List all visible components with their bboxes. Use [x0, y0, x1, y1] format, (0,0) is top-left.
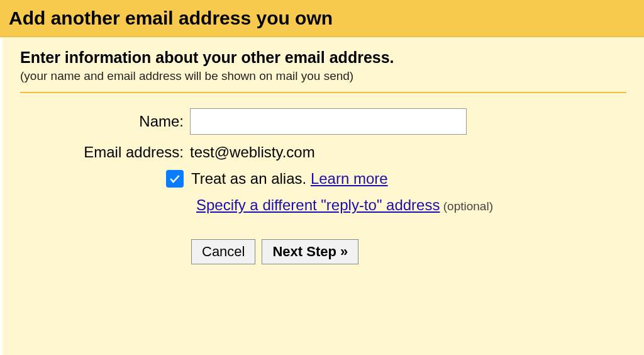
section-subtitle: (your name and email address will be sho… [20, 69, 626, 83]
name-label: Name: [20, 113, 190, 130]
cancel-button[interactable]: Cancel [191, 239, 255, 264]
email-row: Email address: test@weblisty.com [20, 144, 626, 161]
alias-text: Treat as an alias. [191, 170, 311, 187]
name-input[interactable] [190, 108, 467, 135]
divider [20, 92, 626, 93]
alias-label: Treat as an alias. Learn more [191, 170, 388, 188]
next-step-button[interactable]: Next Step » [262, 239, 358, 264]
content-panel: Enter information about your other email… [0, 37, 644, 355]
alias-row: Treat as an alias. Learn more [166, 170, 626, 188]
section-title: Enter information about your other email… [20, 48, 626, 67]
page-title: Add another email address you own [9, 8, 635, 29]
reply-to-row: Specify a different "reply-to" address (… [196, 196, 626, 214]
email-value: test@weblisty.com [190, 144, 315, 161]
reply-to-link[interactable]: Specify a different "reply-to" address [196, 196, 440, 213]
optional-text: (optional) [440, 200, 493, 213]
check-icon [169, 172, 181, 185]
name-row: Name: [20, 108, 626, 135]
alias-checkbox[interactable] [166, 170, 184, 188]
learn-more-link[interactable]: Learn more [311, 170, 388, 187]
email-label: Email address: [20, 144, 190, 161]
header-bar: Add another email address you own [0, 0, 644, 37]
button-row: Cancel Next Step » [191, 239, 626, 264]
